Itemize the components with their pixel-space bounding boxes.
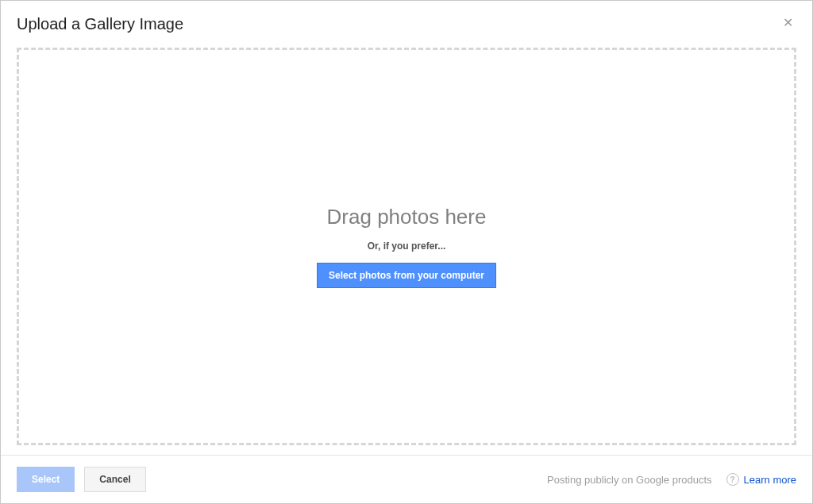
upload-modal: Upload a Gallery Image ✕ Drag photos her… — [0, 0, 813, 504]
learn-more-link[interactable]: Learn more — [744, 474, 796, 486]
footer-right: Posting publicly on Google products ? Le… — [547, 473, 796, 486]
modal-title: Upload a Gallery Image — [17, 15, 183, 33]
or-prefer-text: Or, if you prefer... — [368, 240, 446, 252]
dropzone-wrapper: Drag photos here Or, if you prefer... Se… — [1, 43, 812, 455]
select-button[interactable]: Select — [17, 467, 75, 492]
learn-more-group: ? Learn more — [726, 473, 796, 486]
close-icon[interactable]: ✕ — [780, 15, 796, 31]
modal-footer: Select Cancel Posting publicly on Google… — [1, 455, 812, 503]
drag-instruction-text: Drag photos here — [327, 205, 487, 229]
photo-dropzone[interactable]: Drag photos here Or, if you prefer... Se… — [17, 48, 796, 445]
modal-header: Upload a Gallery Image ✕ — [1, 1, 812, 43]
select-photos-button[interactable]: Select photos from your computer — [317, 263, 496, 288]
help-icon[interactable]: ? — [726, 473, 739, 486]
posting-publicly-text: Posting publicly on Google products — [547, 474, 711, 486]
cancel-button[interactable]: Cancel — [84, 467, 145, 492]
